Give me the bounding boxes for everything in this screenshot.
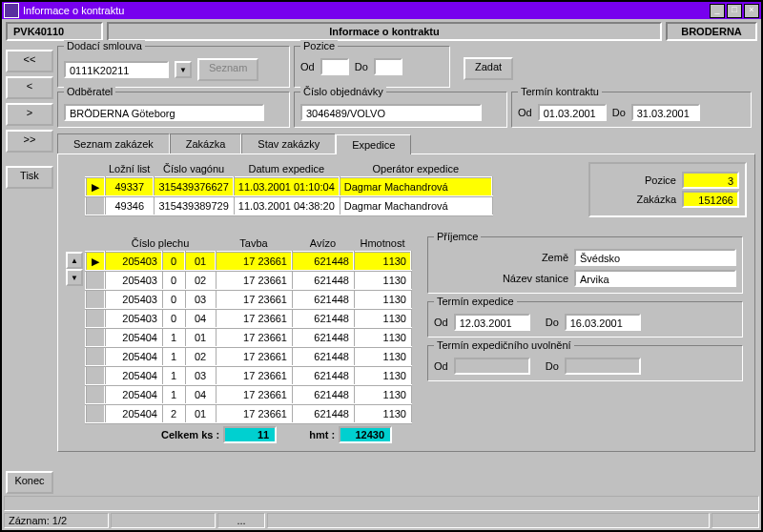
row-header[interactable]: ▶ [86,177,105,196]
release-term-label: Termín expedičního uvolnění [434,339,574,351]
col-sheet-no: Číslo plechu [105,236,216,252]
contract-from-input[interactable]: 01.03.2001 [538,104,607,121]
contract-term-label: Termín kontraktu [518,86,602,97]
position-to-label: Do [355,61,368,72]
table-row[interactable]: 20540300317 236616214481130 [86,290,411,309]
position-to-input[interactable] [374,58,402,75]
release-to-label: Do [546,360,559,372]
table-row[interactable]: 20540410217 236616214481130 [86,347,411,366]
contract-to-input[interactable]: 31.03.2001 [631,104,700,121]
screen-code: PVK40110 [6,22,103,41]
side-pos-label: Pozice [645,174,676,186]
order-label: Číslo objednávky [300,86,386,97]
col-wagon-no: Číslo vagónu [154,162,233,177]
status-bar: Záznam: 1/2 ... [4,494,759,528]
tab-order[interactable]: Zakázka [170,133,242,153]
recipient-station-label: Název stanice [503,273,568,284]
table-row[interactable]: 20540420117 236616214481130 [86,404,411,423]
table-row[interactable]: 20540410417 236616214481130 [86,385,411,404]
tab-body: Ložní list Číslo vagónu Datum expedice O… [57,153,755,452]
contract-to-label: Do [612,107,626,118]
customer-label: Odběratel [64,86,115,97]
row-header[interactable] [86,196,105,215]
maximize-button[interactable]: □ [727,4,742,18]
total-count-value: 11 [223,426,277,443]
position-label: Pozice [300,40,338,51]
supply-group: Dodací smlouva 0111K20211 ▼ Seznam [57,46,290,88]
position-from-input[interactable] [320,58,349,75]
tab-dispatch[interactable]: Expedice [336,134,411,154]
table-row[interactable]: ▶20540300117 236616214481130 [86,252,411,271]
col-heat: Tavba [216,236,292,252]
nav-next-button[interactable]: > [6,103,53,126]
supply-list-button[interactable]: Seznam [197,58,258,81]
table-row[interactable]: 20540410117 236616214481130 [86,328,411,347]
tab-order-status[interactable]: Stav zakázky [241,133,336,153]
status-dots: ... [217,513,265,528]
ship-term-group: Termín expedice Od 12.03.2001 Do 16.03.2… [427,301,743,338]
status-cell [111,513,216,528]
supply-dropdown-button[interactable]: ▼ [175,61,192,78]
total-weight-label: hmt : [309,429,335,440]
recipient-country-input[interactable]: Švédsko [574,249,736,266]
table-row[interactable]: 20540300217 236616214481130 [86,271,411,290]
total-count-label: Celkem ks : [161,429,219,440]
nav-prev-button[interactable]: < [6,76,53,99]
submit-button[interactable]: Zadat [464,57,513,80]
col-dispatch-date: Datum expedice [234,162,340,177]
nav-first-button[interactable]: << [6,50,53,72]
position-group: Pozice Od Do [294,46,450,88]
col-loading-list: Ložní list [105,162,154,177]
title-bar[interactable]: Informace o kontraktu _ □ × [2,2,761,19]
minimize-button[interactable]: _ [710,4,725,18]
contract-from-label: Od [518,107,532,118]
customer-group: Odběratel BRÖDERNA Göteborg [57,92,290,128]
app-window: Informace o kontraktu _ □ × PVK40110 Inf… [0,0,763,532]
ship-to-label: Do [546,317,559,328]
release-to-input[interactable] [565,358,641,375]
recipient-country-label: Země [542,252,568,263]
print-button[interactable]: Tisk [6,166,53,189]
col-advice: Avízo [292,236,354,252]
ship-from-input[interactable]: 12.03.2001 [454,314,530,331]
grid-scroll-down[interactable]: ▼ [66,269,83,286]
release-term-group: Termín expedičního uvolnění Od Do [427,345,743,381]
dispatch-table: Ložní list Číslo vagónu Datum expedice O… [85,162,493,216]
close-button[interactable]: × [744,4,759,18]
release-from-input[interactable] [454,358,530,375]
record-indicator: Záznam: 1/2 [4,513,109,528]
nav-sidebar: << < > >> Tisk Konec [2,44,57,513]
recipient-group: Příjemce Země Švédsko Název stanice Arvi… [427,236,743,294]
table-row[interactable]: 49346 315439389729 11.03.2001 04:38:20 D… [86,196,492,215]
position-from-label: Od [300,61,315,72]
recipient-station-input[interactable]: Arvika [574,270,736,287]
side-order-value: 151266 [682,191,739,208]
ship-term-label: Termín expedice [434,296,517,307]
side-order-label: Zakázka [636,194,676,205]
col-operator: Operátor expedice [340,162,492,177]
supply-label: Dodací smlouva [64,40,145,51]
grid-scroll-up[interactable]: ▲ [66,252,83,269]
exit-button[interactable]: Konec [6,471,53,494]
status-cell [4,496,759,511]
status-cell [267,513,710,528]
recipient-label: Příjemce [434,231,481,242]
tab-order-list[interactable]: Seznam zakázek [57,133,170,153]
order-input[interactable]: 3046489/VOLVO [300,104,482,121]
total-weight-value: 12430 [339,426,392,443]
sheet-table: Číslo plechu Tavba Avízo Hmotnost ▶20540… [85,236,412,424]
ship-to-input[interactable]: 16.03.2001 [565,314,641,331]
table-row[interactable]: 20540300417 236616214481130 [86,309,411,328]
customer-input[interactable]: BRÖDERNA Göteborg [64,104,264,121]
table-row[interactable]: ▶ 49337 315439376627 11.03.2001 01:10:04… [86,177,492,196]
tab-strip: Seznam zakázek Zakázka Stav zakázky Expe… [57,133,755,153]
table-row[interactable]: 20540410317 236616214481130 [86,366,411,385]
contract-term-group: Termín kontraktu Od 01.03.2001 Do 31.03.… [511,92,752,128]
side-info-panel: Pozice 3 Zakázka 151266 [588,162,747,217]
nav-last-button[interactable]: >> [6,130,53,153]
col-weight: Hmotnost [354,236,411,252]
side-pos-value: 3 [682,172,739,189]
supply-combo[interactable]: 0111K20211 [64,61,169,78]
screen-title: Informace o kontraktu [107,22,662,41]
release-from-label: Od [434,360,448,372]
